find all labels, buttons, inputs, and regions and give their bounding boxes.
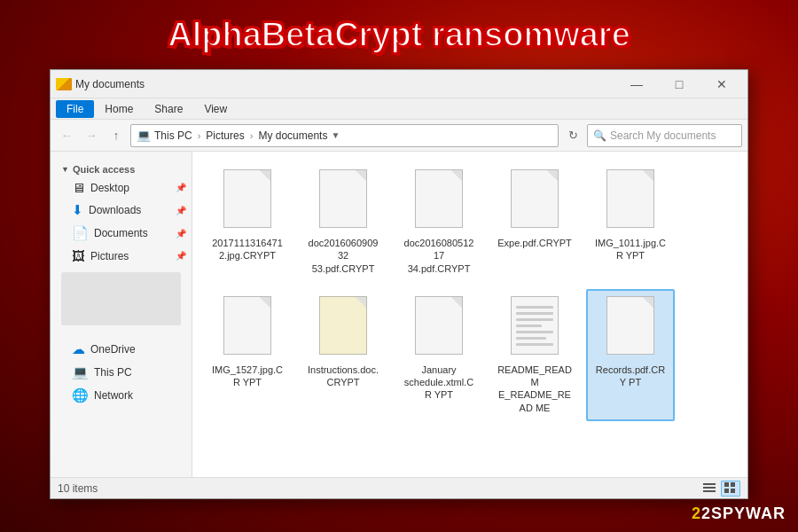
pin-icon-pictures: 📌	[176, 251, 186, 261]
tab-view[interactable]: View	[193, 100, 238, 118]
sidebar-item-onedrive-label: OneDrive	[90, 343, 136, 356]
svg-rect-5	[724, 489, 729, 493]
address-bar[interactable]: 💻 This PC › Pictures › My documents ▼	[130, 124, 559, 147]
ransomware-title: AlphaBetaCrypt ransomware	[168, 16, 630, 54]
document-shape	[319, 169, 367, 228]
file-icon	[220, 169, 275, 233]
sidebar-item-documents-label: Documents	[94, 227, 148, 239]
close-button[interactable]: ✕	[701, 73, 742, 96]
pictures-icon: 🖼	[72, 248, 85, 263]
document-shape	[223, 296, 271, 355]
documents-icon: 📄	[72, 225, 89, 241]
tab-share[interactable]: Share	[144, 100, 193, 118]
sidebar-item-thispc[interactable]: 💻 This PC	[51, 361, 192, 384]
quick-access-label: Quick access	[73, 164, 135, 175]
search-bar[interactable]: 🔍 Search My documents	[587, 124, 742, 147]
list-item[interactable]: IMG_1527.jpg.CR YPT	[203, 289, 292, 421]
file-icon	[220, 296, 275, 360]
file-label: Instructions.doc. CRYPT	[306, 364, 380, 389]
tab-home[interactable]: Home	[94, 100, 144, 118]
document-shape	[511, 169, 559, 228]
details-view-icon	[703, 482, 716, 495]
svg-rect-2	[703, 490, 716, 492]
downloads-icon: ⬇	[72, 202, 83, 218]
pin-icon-desktop: 📌	[176, 183, 186, 192]
file-icon	[316, 169, 371, 233]
minimize-button[interactable]: —	[616, 73, 657, 96]
back-button[interactable]: ←	[56, 125, 77, 146]
list-item[interactable]: IMG_1011.jpg.CR YPT	[586, 162, 675, 282]
sidebar-item-downloads[interactable]: ⬇ Downloads 📌	[51, 199, 192, 222]
search-placeholder: Search My documents	[610, 129, 716, 142]
quick-access-section[interactable]: ▼ Quick access	[51, 159, 192, 176]
sidebar-item-thispc-label: This PC	[94, 366, 132, 379]
pin-icon-downloads: 📌	[176, 206, 186, 215]
file-label: README_READM E_README_READ ME	[497, 364, 572, 414]
svg-rect-4	[731, 482, 735, 487]
sidebar-item-documents[interactable]: 📄 Documents 📌	[51, 222, 192, 245]
up-button[interactable]: ↑	[106, 125, 127, 146]
title-bar: My documents — □ ✕	[51, 70, 747, 98]
onedrive-icon: ☁	[72, 341, 85, 357]
file-label: IMG_1527.jpg.CR YPT	[210, 364, 285, 389]
view-toggle	[700, 481, 740, 497]
search-icon: 🔍	[593, 129, 606, 142]
file-icon	[411, 169, 466, 233]
document-shape	[606, 169, 654, 228]
file-icon	[411, 296, 466, 360]
file-label: doc201606090932 53.pdf.CRYPT	[306, 237, 380, 275]
svg-rect-3	[724, 482, 729, 487]
content-area: 20171113164712.jpg.CRYPT doc201606090932…	[192, 152, 747, 477]
file-label: 20171113164712.jpg.CRYPT	[210, 237, 285, 262]
file-label: IMG_1011.jpg.CR YPT	[593, 237, 668, 262]
tab-file[interactable]: File	[56, 100, 94, 118]
file-label: January schedule.xtml.CR YPT	[402, 364, 476, 402]
document-shape	[319, 296, 367, 355]
window-icon	[56, 78, 72, 90]
path-item-thispc[interactable]: This PC	[154, 129, 192, 142]
explorer-window: My documents — □ ✕ File Home Share View …	[50, 69, 748, 499]
details-view-button[interactable]	[700, 481, 719, 497]
list-item[interactable]: Expe.pdf.CRYPT	[490, 162, 579, 282]
svg-rect-1	[703, 487, 716, 489]
sidebar-item-downloads-label: Downloads	[89, 204, 141, 216]
window-title: My documents	[75, 78, 616, 90]
sidebar-item-desktop[interactable]: 🖥 Desktop 📌	[51, 176, 192, 199]
document-shape	[223, 169, 271, 228]
ribbon-menu: File Home Share View	[51, 98, 747, 120]
status-bar: 10 items	[51, 477, 747, 498]
list-item[interactable]: Instructions.doc. CRYPT	[299, 289, 387, 421]
chevron-icon: ▼	[61, 165, 69, 174]
list-item[interactable]: README_READM E_README_READ ME	[490, 289, 579, 421]
thispc-icon: 💻	[72, 364, 89, 380]
list-item[interactable]: 20171113164712.jpg.CRYPT	[203, 162, 292, 282]
sidebar-item-pictures[interactable]: 🖼 Pictures 📌	[51, 245, 192, 267]
large-icons-view-button[interactable]	[721, 481, 740, 497]
list-item[interactable]: Records.pdf.CRY PT	[586, 289, 675, 421]
large-icons-view-icon	[724, 482, 737, 495]
path-item-mydocs[interactable]: My documents	[258, 129, 327, 142]
sidebar: ▼ Quick access 🖥 Desktop 📌 ⬇ Downloads 📌…	[51, 152, 192, 477]
list-item[interactable]: January schedule.xtml.CR YPT	[395, 289, 483, 421]
main-area: ▼ Quick access 🖥 Desktop 📌 ⬇ Downloads 📌…	[51, 152, 747, 477]
svg-rect-6	[731, 489, 735, 493]
thumbnail-area	[61, 272, 181, 325]
file-icon	[603, 169, 658, 233]
file-icon	[507, 169, 562, 233]
list-item[interactable]: doc201608051217 34.pdf.CRYPT	[395, 162, 483, 282]
refresh-button[interactable]: ↻	[562, 125, 583, 146]
path-item-pictures[interactable]: Pictures	[206, 129, 244, 142]
forward-button[interactable]: →	[81, 125, 102, 146]
desktop-icon: 🖥	[72, 180, 85, 195]
watermark: 22SPYWAR	[692, 505, 786, 523]
file-grid: 20171113164712.jpg.CRYPT doc201606090932…	[203, 162, 737, 421]
file-icon	[507, 296, 562, 360]
document-shape	[511, 296, 559, 355]
maximize-button[interactable]: □	[659, 73, 700, 96]
sidebar-item-desktop-label: Desktop	[90, 182, 129, 194]
list-item[interactable]: doc201606090932 53.pdf.CRYPT	[299, 162, 387, 282]
sidebar-item-network[interactable]: 🌐 Network	[51, 384, 192, 407]
sidebar-item-onedrive[interactable]: ☁ OneDrive	[51, 338, 192, 361]
file-label: doc201608051217 34.pdf.CRYPT	[402, 237, 476, 275]
pin-icon-documents: 📌	[176, 229, 186, 239]
